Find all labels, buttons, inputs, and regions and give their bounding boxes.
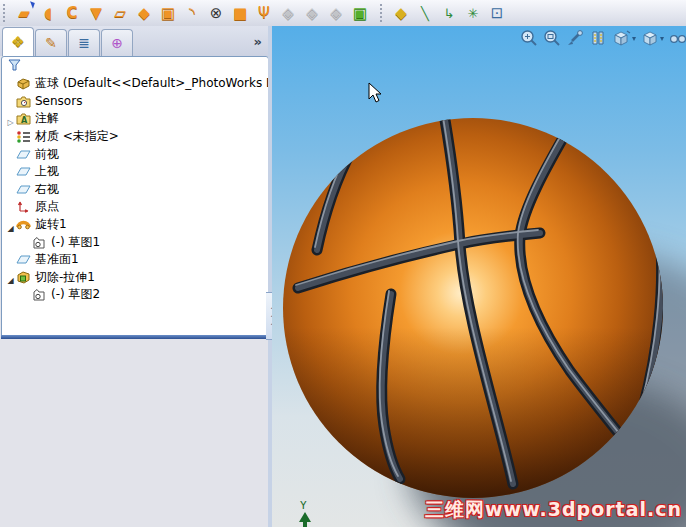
tree-item-sketch2[interactable]: (-) 草图2 [2, 286, 268, 304]
panel-lower-area [0, 339, 268, 527]
tree-item-front-plane[interactable]: 前视 [2, 145, 268, 163]
view-orientation-button[interactable]: ▾ [612, 29, 636, 47]
previous-view-icon [566, 29, 584, 47]
heads-up-view-toolbar: ▾ ▾ ▾ [520, 29, 686, 47]
fillet-button[interactable]: ▣ [348, 1, 372, 25]
linear-pattern-button[interactable]: ▣ [156, 1, 180, 25]
tree-item-label: 切除-拉伸1 [35, 269, 95, 286]
extruded-cut-icon: ◆ [138, 6, 150, 21]
featuremanager-panel: ❖ ✎ ≣ ⊕ » 蓝球 (Default<<Default>_PhotoWor… [0, 26, 270, 527]
dimxpert-icon: ⊕ [111, 35, 123, 51]
mouse-cursor [368, 82, 384, 104]
featuremanager-tree-icon: ❖ [11, 35, 24, 50]
tree-item-right-plane[interactable]: 右视 [2, 181, 268, 199]
dropdown-arrow-icon[interactable]: ▾ [660, 34, 664, 43]
expand-arrow-icon[interactable]: ◢ [7, 276, 13, 285]
tab-configurationmanager[interactable]: ≣ [68, 29, 100, 56]
revolved-cut-button[interactable]: ⊗ [204, 1, 228, 25]
axis-icon: ╲ [421, 7, 429, 20]
feature-tree: 蓝球 (Default<<Default>_PhotoWorks Display… [1, 56, 269, 341]
tree-item-cut-extrude1[interactable]: ◢ 切除-拉伸1 [2, 269, 268, 287]
linear-pattern-icon: ▣ [161, 6, 175, 21]
swept-cut-button[interactable]: ◝ [180, 1, 204, 25]
revolved-cut-icon: ⊗ [210, 6, 223, 21]
tab-overflow-chevron[interactable]: » [254, 34, 262, 49]
draft-button-disabled: ◈ [276, 1, 300, 25]
tab-propertymanager[interactable]: ✎ [35, 29, 67, 56]
graphics-viewport[interactable]: Y ▾ ▾ [272, 26, 686, 527]
rib-button[interactable]: Ψ [252, 1, 276, 25]
coordinate-system-icon: ↳ [444, 7, 455, 20]
boundary-boss-base-button[interactable]: ▱ [108, 1, 132, 25]
zoom-to-area-icon [543, 29, 561, 47]
toolbar-grip[interactable] [380, 4, 386, 22]
display-style-button[interactable]: ▾ [641, 29, 664, 47]
basketball-model[interactable]: Y [272, 26, 686, 527]
dropdown-arrow-icon[interactable]: ▾ [632, 34, 636, 43]
reference-plane-button[interactable]: ◆ [389, 1, 413, 25]
wrap-button-disabled: ◈ [324, 1, 348, 25]
tree-item-origin[interactable]: 原点 [2, 198, 268, 216]
view-orientation-icon [612, 29, 631, 47]
tree-item-label: 旋转1 [35, 216, 67, 233]
tree-item-sensors[interactable]: Sensors [2, 93, 268, 111]
plane-icon [16, 253, 31, 266]
zoom-to-area-button[interactable] [543, 29, 561, 47]
plane-icon: ◆ [395, 6, 407, 21]
configurationmanager-icon: ≣ [78, 35, 90, 51]
display-style-icon [641, 29, 659, 47]
tree-item-top-plane[interactable]: 上视 [2, 163, 268, 181]
tree-item-label: 原点 [35, 198, 59, 215]
revolved-boss-base-icon: ◖ [44, 6, 52, 21]
section-view-button[interactable] [589, 29, 607, 47]
sketch-icon [32, 288, 47, 301]
tree-item-label: Sensors [35, 94, 82, 108]
tree-item-annotations[interactable]: ▷ A 注解 [2, 110, 268, 128]
zoom-to-fit-button[interactable] [520, 29, 538, 47]
extruded-cut-button[interactable]: ◆ [132, 1, 156, 25]
hole-wizard-button[interactable]: ■ [228, 1, 252, 25]
tree-item-label: 蓝球 (Default<<Default>_PhotoWorks Display… [35, 75, 268, 92]
lofted-boss-base-button[interactable]: ▼ [84, 1, 108, 25]
tree-item-sketch1[interactable]: (-) 草图1 [2, 233, 268, 251]
reference-point-button[interactable]: ✳ [461, 1, 485, 25]
tree-item-material[interactable]: 材质 <未指定> [2, 128, 268, 146]
triad-y-label: Y [300, 499, 307, 512]
origin-triad: Y [299, 499, 311, 527]
material-icon [16, 130, 31, 143]
expand-arrow-icon[interactable]: ▷ [7, 118, 13, 127]
toolbar-grip[interactable] [3, 4, 9, 22]
hole-wizard-icon: ■ [233, 6, 247, 21]
coordinate-system-button[interactable]: ↳ [437, 1, 461, 25]
swept-boss-base-icon: C [66, 6, 77, 21]
sensors-folder-icon [16, 95, 31, 108]
tab-dimxpert[interactable]: ⊕ [101, 29, 133, 56]
plane-icon [16, 183, 31, 196]
hide-show-items-button[interactable]: ▾ [669, 29, 686, 47]
mate-reference-button[interactable]: ⊡ [485, 1, 509, 25]
tree-item-part[interactable]: 蓝球 (Default<<Default>_PhotoWorks Display… [2, 75, 268, 93]
tree-item-plane1[interactable]: 基准面1 [2, 251, 268, 269]
tree-item-label: 上视 [35, 163, 59, 180]
mate-reference-icon: ⊡ [491, 6, 504, 21]
tab-featuremanager-design-tree[interactable]: ❖ [2, 27, 34, 56]
tree-item-revolve1[interactable]: ◢ 旋转1 [2, 216, 268, 234]
tree-item-label: 前视 [35, 146, 59, 163]
fillet-icon: ▣ [353, 6, 367, 21]
tree-item-label: (-) 草图2 [51, 286, 100, 303]
extruded-boss-base-button[interactable]: ▰ [12, 1, 36, 25]
filter-funnel-icon[interactable] [8, 59, 22, 72]
zoom-to-fit-icon [520, 29, 538, 47]
shell-button-disabled: ◈ [300, 1, 324, 25]
cut-extrude-feature-icon [16, 271, 31, 284]
annotations-folder-icon: A [16, 112, 31, 125]
rib-icon: Ψ [258, 6, 270, 21]
revolved-boss-base-button[interactable]: ◖ [36, 1, 60, 25]
swept-boss-base-button[interactable]: C [60, 1, 84, 25]
previous-view-button[interactable] [566, 29, 584, 47]
expand-arrow-icon[interactable]: ◢ [7, 224, 13, 233]
reference-axis-button[interactable]: ╲ [413, 1, 437, 25]
tree-item-label: 注解 [35, 110, 59, 127]
hide-show-items-icon [669, 29, 686, 47]
lofted-boss-base-icon: ▼ [90, 6, 102, 21]
